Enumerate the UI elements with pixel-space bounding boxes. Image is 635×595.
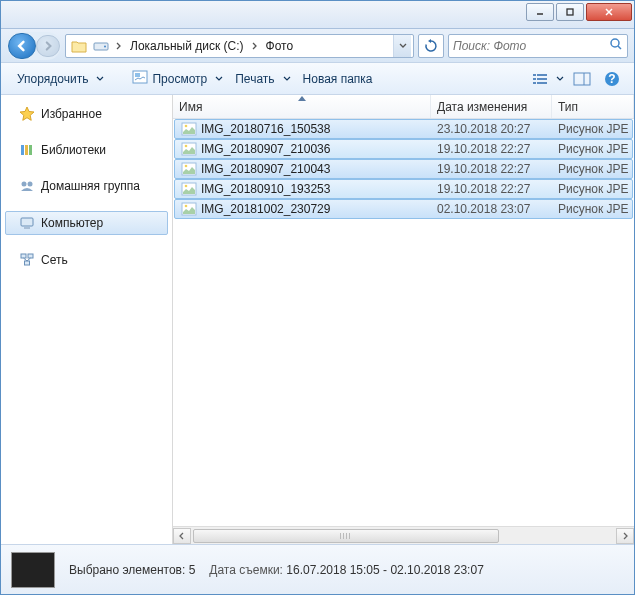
breadcrumb-chevron-icon[interactable] <box>248 35 262 57</box>
help-button[interactable]: ? <box>598 67 626 91</box>
svg-point-33 <box>185 125 188 128</box>
file-name-cell: IMG_20180716_150538 <box>175 122 431 136</box>
scroll-left-button[interactable] <box>173 528 191 544</box>
sidebar-item-label: Библиотеки <box>41 143 106 157</box>
svg-rect-28 <box>28 254 33 258</box>
svg-point-5 <box>104 45 106 47</box>
minimize-button[interactable] <box>526 3 554 21</box>
svg-point-6 <box>611 39 619 47</box>
sidebar-libraries[interactable]: Библиотеки <box>1 139 172 161</box>
column-date[interactable]: Дата изменения <box>431 95 552 118</box>
network-icon <box>19 252 35 268</box>
svg-rect-12 <box>533 78 536 80</box>
file-date-cell: 19.10.2018 22:27 <box>431 162 552 176</box>
scroll-thumb[interactable] <box>193 529 499 543</box>
breadcrumb-segment[interactable]: Локальный диск (C:) <box>126 35 248 57</box>
status-bar: Выбрано элементов: 5 Дата съемки: 16.07.… <box>1 544 634 594</box>
svg-rect-22 <box>29 145 32 155</box>
scroll-right-button[interactable] <box>616 528 634 544</box>
file-date-cell: 19.10.2018 22:27 <box>431 182 552 196</box>
file-date-cell: 19.10.2018 22:27 <box>431 142 552 156</box>
drive-icon <box>92 37 110 55</box>
status-text: Выбрано элементов: 5 Дата съемки: 16.07.… <box>69 563 484 577</box>
search-box[interactable] <box>448 34 628 58</box>
search-icon <box>609 37 623 54</box>
svg-rect-25 <box>21 218 33 226</box>
file-name-cell: IMG_20181002_230729 <box>175 202 431 216</box>
file-list[interactable]: IMG_20180716_15053823.10.2018 20:27Рисун… <box>173 119 634 526</box>
file-type-cell: Рисунок JPE <box>552 182 632 196</box>
file-row[interactable]: IMG_20180716_15053823.10.2018 20:27Рисун… <box>174 119 633 139</box>
newfolder-button[interactable]: Новая папка <box>295 67 381 91</box>
svg-rect-14 <box>533 82 536 84</box>
image-file-icon <box>181 202 197 216</box>
preview-pane-button[interactable] <box>568 67 596 91</box>
file-type-cell: Рисунок JPE <box>552 162 632 176</box>
explorer-window: Локальный диск (C:) Фото Упорядочить Про… <box>0 0 635 595</box>
maximize-button[interactable] <box>556 3 584 21</box>
file-row[interactable]: IMG_20180907_21003619.10.2018 22:27Рисун… <box>174 139 633 159</box>
view-mode-button[interactable] <box>528 67 556 91</box>
image-file-icon <box>181 182 197 196</box>
file-name-cell: IMG_20180910_193253 <box>175 182 431 196</box>
column-type[interactable]: Тип <box>552 95 634 118</box>
nav-buttons <box>7 32 61 60</box>
refresh-button[interactable] <box>418 34 444 58</box>
breadcrumb-chevron-icon[interactable] <box>112 35 126 57</box>
sidebar-network[interactable]: Сеть <box>1 249 172 271</box>
svg-rect-1 <box>567 9 573 15</box>
preview-dropdown[interactable] <box>213 67 225 91</box>
svg-rect-21 <box>25 145 28 155</box>
homegroup-icon <box>19 178 35 194</box>
sidebar: Избранное Библиотеки Домашняя группа Ком… <box>1 95 173 544</box>
horizontal-scrollbar[interactable] <box>173 526 634 544</box>
svg-rect-10 <box>533 74 536 76</box>
column-name[interactable]: Имя <box>173 95 431 118</box>
image-file-icon <box>181 122 197 136</box>
organize-dropdown[interactable] <box>94 67 106 91</box>
breadcrumb-segment[interactable]: Фото <box>262 35 298 57</box>
file-row[interactable]: IMG_20181002_23072902.10.2018 23:07Рисун… <box>174 199 633 219</box>
file-row[interactable]: IMG_20180910_19325319.10.2018 22:27Рисун… <box>174 179 633 199</box>
libraries-icon <box>19 142 35 158</box>
sidebar-item-label: Домашняя группа <box>41 179 140 193</box>
forward-button[interactable] <box>36 35 60 57</box>
preview-label: Просмотр <box>152 72 207 86</box>
date-taken-label: Дата съемки: <box>209 563 283 577</box>
star-icon <box>19 106 35 122</box>
svg-rect-27 <box>21 254 26 258</box>
sidebar-homegroup[interactable]: Домашняя группа <box>1 175 172 197</box>
svg-rect-11 <box>537 74 547 76</box>
print-dropdown[interactable] <box>281 67 293 91</box>
svg-point-23 <box>22 182 27 187</box>
organize-button[interactable]: Упорядочить <box>9 67 96 91</box>
svg-point-39 <box>185 185 188 188</box>
nav-row: Локальный диск (C:) Фото <box>1 29 634 63</box>
svg-rect-13 <box>537 78 547 80</box>
svg-rect-20 <box>21 145 24 155</box>
breadcrumb[interactable]: Локальный диск (C:) Фото <box>65 34 414 58</box>
svg-point-37 <box>185 165 188 168</box>
preview-thumbnail <box>11 552 55 588</box>
folder-icon <box>70 37 88 55</box>
view-dropdown[interactable] <box>554 67 566 91</box>
toolbar: Упорядочить Просмотр Печать Новая папка … <box>1 63 634 95</box>
svg-rect-16 <box>574 73 590 85</box>
sidebar-computer[interactable]: Компьютер <box>5 211 168 235</box>
file-type-cell: Рисунок JPE <box>552 122 632 136</box>
body: Избранное Библиотеки Домашняя группа Ком… <box>1 95 634 544</box>
scroll-track[interactable] <box>191 528 616 544</box>
back-button[interactable] <box>8 33 36 59</box>
search-input[interactable] <box>453 39 609 53</box>
svg-rect-29 <box>25 261 30 265</box>
print-button[interactable]: Печать <box>227 67 282 91</box>
file-row[interactable]: IMG_20180907_21004319.10.2018 22:27Рисун… <box>174 159 633 179</box>
image-file-icon <box>181 142 197 156</box>
file-name-cell: IMG_20180907_210043 <box>175 162 431 176</box>
sidebar-favorites[interactable]: Избранное <box>1 103 172 125</box>
svg-point-24 <box>28 182 33 187</box>
sidebar-item-label: Избранное <box>41 107 102 121</box>
close-button[interactable] <box>586 3 632 21</box>
breadcrumb-dropdown[interactable] <box>393 35 411 57</box>
preview-button[interactable]: Просмотр <box>124 67 215 91</box>
